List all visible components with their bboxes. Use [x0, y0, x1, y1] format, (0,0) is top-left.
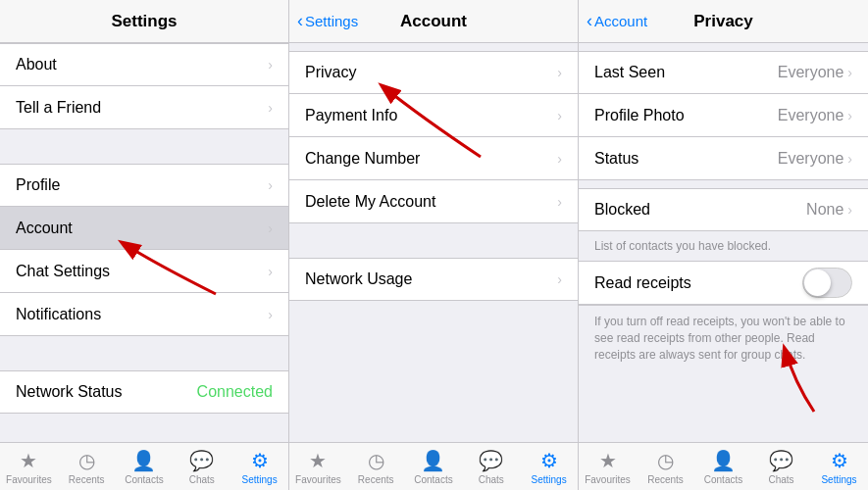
blocked-chevron: › — [847, 202, 852, 218]
privacy-tab-favourites[interactable]: ★ Favourites — [579, 443, 637, 490]
account-panel: ‹ Settings Account Privacy › Payment Inf… — [289, 0, 579, 490]
privacy-blocked-section: Blocked None › — [579, 188, 868, 231]
account-tab-contacts[interactable]: 👤 Contacts — [405, 443, 463, 490]
status-value: Everyone › — [778, 150, 852, 168]
payment-info-chevron: › — [557, 108, 562, 123]
blocked-note: List of contacts you have blocked. — [579, 231, 868, 261]
chats-icon: 💬 — [189, 449, 214, 472]
settings-item-account[interactable]: Account › — [0, 207, 288, 250]
delete-my-account-label: Delete My Account — [305, 193, 435, 211]
network-status-value: Connected — [197, 383, 273, 401]
privacy-top-spacer — [579, 43, 868, 51]
account-tab-chats[interactable]: 💬 Chats — [462, 443, 520, 490]
last-seen-label: Last Seen — [594, 64, 665, 81]
about-label: About — [16, 56, 57, 74]
account-label: Account — [16, 220, 73, 237]
settings-item-notifications[interactable]: Notifications › — [0, 293, 288, 336]
settings-header: Settings — [0, 0, 288, 43]
account-top-spacer — [289, 43, 578, 51]
privacy-recents-icon: ◷ — [657, 449, 674, 472]
account-tab-favourites[interactable]: ★ Favourites — [289, 443, 347, 490]
privacy-item-blocked[interactable]: Blocked None › — [579, 188, 868, 231]
account-item-delete-my-account[interactable]: Delete My Account › — [289, 180, 578, 223]
privacy-back-label: Account — [594, 13, 647, 29]
read-receipts-row: Read receipts — [579, 262, 868, 305]
account-title: Account — [400, 12, 467, 31]
tell-a-friend-chevron: › — [268, 100, 273, 116]
privacy-favourites-icon: ★ — [599, 449, 617, 472]
about-chevron: › — [268, 57, 273, 73]
privacy-recents-label: Recents — [647, 474, 684, 485]
tab-settings-active[interactable]: ⚙ Settings — [230, 443, 288, 490]
settings-item-profile[interactable]: Profile › — [0, 164, 288, 207]
settings-icon: ⚙ — [251, 449, 269, 472]
favourites-label: Favourites — [6, 474, 52, 485]
chats-label: Chats — [189, 474, 215, 485]
account-back-label: Settings — [305, 13, 358, 29]
notifications-chevron: › — [268, 307, 273, 322]
privacy-chats-label: Chats — [768, 474, 793, 485]
privacy-panel: ‹ Account Privacy Last Seen Everyone › P… — [579, 0, 868, 490]
account-chevron: › — [268, 220, 273, 236]
settings-item-chat-settings[interactable]: Chat Settings › — [0, 250, 288, 293]
profile-photo-chevron: › — [847, 108, 852, 123]
privacy-tab-chats[interactable]: 💬 Chats — [752, 443, 810, 490]
profile-photo-label: Profile Photo — [594, 107, 685, 124]
settings-item-tell-a-friend[interactable]: Tell a Friend › — [0, 86, 288, 129]
tab-recents[interactable]: ◷ Recents — [58, 443, 116, 490]
settings-group-1: About › Tell a Friend › — [0, 43, 288, 129]
privacy-item-status[interactable]: Status Everyone › — [579, 137, 868, 180]
settings-item-network-status[interactable]: Network Status Connected — [0, 370, 288, 414]
account-tab-recents[interactable]: ◷ Recents — [347, 443, 405, 490]
privacy-chats-icon: 💬 — [769, 449, 793, 472]
account-favourites-icon: ★ — [309, 449, 327, 472]
account-header: ‹ Settings Account — [289, 0, 578, 43]
change-number-label: Change Number — [305, 150, 420, 168]
read-receipts-toggle[interactable] — [802, 268, 852, 298]
tell-a-friend-label: Tell a Friend — [16, 99, 101, 117]
account-group-2: Network Usage › — [289, 258, 578, 301]
privacy-label: Privacy — [305, 64, 356, 81]
settings-item-about[interactable]: About › — [0, 43, 288, 86]
privacy-item-profile-photo[interactable]: Profile Photo Everyone › — [579, 94, 868, 137]
account-divider — [289, 223, 578, 258]
account-contacts-label: Contacts — [414, 474, 452, 485]
account-item-privacy[interactable]: Privacy › — [289, 51, 578, 94]
account-item-network-usage[interactable]: Network Usage › — [289, 258, 578, 301]
settings-panel: Settings About › Tell a Friend › Profile — [0, 0, 289, 490]
privacy-item-last-seen[interactable]: Last Seen Everyone › — [579, 51, 868, 94]
account-contacts-icon: 👤 — [421, 449, 445, 472]
recents-icon: ◷ — [78, 449, 95, 472]
account-tab-bar: ★ Favourites ◷ Recents 👤 Contacts 💬 Chat… — [289, 442, 578, 490]
account-item-change-number[interactable]: Change Number › — [289, 137, 578, 180]
privacy-tab-settings[interactable]: ⚙ Settings — [810, 443, 868, 490]
blocked-label: Blocked — [594, 201, 650, 219]
toggle-knob — [804, 270, 831, 296]
chat-settings-label: Chat Settings — [16, 263, 110, 280]
account-tab-settings[interactable]: ⚙ Settings — [520, 443, 578, 490]
tab-favourites[interactable]: ★ Favourites — [0, 443, 58, 490]
read-receipts-section: Read receipts — [579, 261, 868, 306]
read-receipts-note: If you turn off read receipts, you won't… — [579, 306, 868, 378]
status-chevron: › — [847, 151, 852, 167]
status-label: Status — [594, 150, 638, 168]
account-back-button[interactable]: ‹ Settings — [297, 11, 358, 31]
privacy-back-button[interactable]: ‹ Account — [587, 11, 647, 31]
tab-contacts[interactable]: 👤 Contacts — [116, 443, 174, 490]
privacy-tab-recents[interactable]: ◷ Recents — [637, 443, 694, 490]
settings-group-3: Network Status Connected — [0, 370, 288, 414]
delete-my-account-chevron: › — [557, 194, 562, 210]
settings-title: Settings — [111, 12, 177, 31]
last-seen-chevron: › — [847, 65, 852, 80]
account-list: Privacy › Payment Info › Change Number ›… — [289, 43, 578, 442]
privacy-settings-icon: ⚙ — [831, 449, 848, 472]
change-number-chevron: › — [557, 151, 562, 167]
account-item-payment-info[interactable]: Payment Info › — [289, 94, 578, 137]
tab-chats[interactable]: 💬 Chats — [173, 443, 230, 490]
account-favourites-label: Favourites — [295, 474, 341, 485]
payment-info-label: Payment Info — [305, 107, 397, 124]
favourites-icon: ★ — [20, 449, 37, 472]
chat-settings-chevron: › — [268, 264, 273, 279]
settings-group-2: Profile › Account › Chat Settings › Noti… — [0, 164, 288, 336]
privacy-tab-contacts[interactable]: 👤 Contacts — [694, 443, 752, 490]
